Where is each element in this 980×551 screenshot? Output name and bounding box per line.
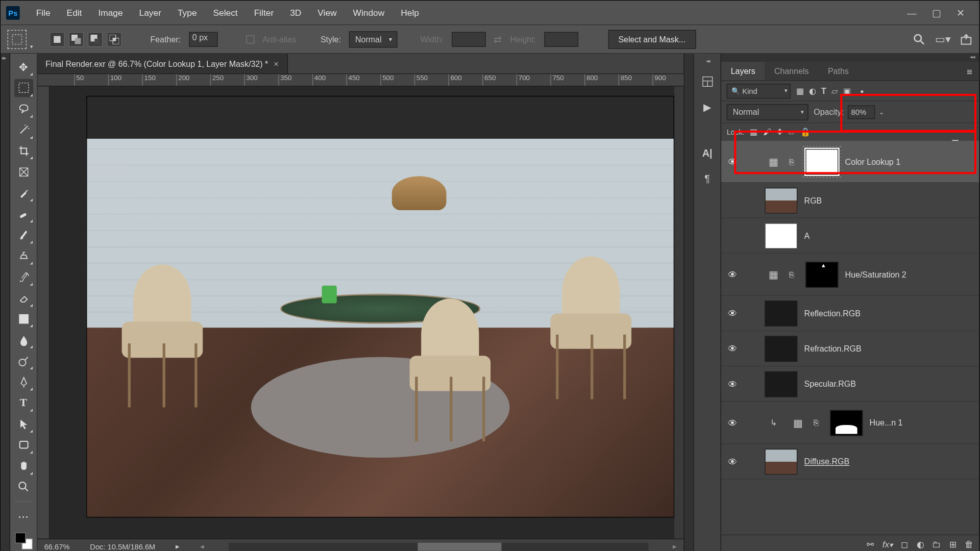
left-gutter[interactable] xyxy=(1,54,10,551)
panel-menu-icon[interactable]: ≡ xyxy=(960,66,979,77)
visibility-eye-icon[interactable]: 👁 xyxy=(727,343,739,354)
visibility-eye-icon[interactable]: 👁 xyxy=(727,308,739,318)
selection-new-icon[interactable] xyxy=(50,32,64,46)
dock-icon-character[interactable]: A| xyxy=(699,144,716,161)
layer-mask-thumbnail[interactable] xyxy=(805,262,838,288)
path-selection-tool[interactable] xyxy=(14,415,33,433)
window-close-icon[interactable]: ✕ xyxy=(953,5,968,20)
filter-toggle-icon[interactable]: ● xyxy=(860,87,864,94)
layer-name[interactable]: Reflection.RGB xyxy=(804,309,861,318)
window-maximize-icon[interactable]: ▢ xyxy=(929,5,944,20)
rectangle-tool[interactable] xyxy=(14,436,33,454)
blend-mode-select[interactable]: Normal xyxy=(727,104,808,120)
dock-icon-libraries[interactable] xyxy=(699,73,716,90)
right-gutter[interactable] xyxy=(684,54,694,551)
layer-name[interactable]: Hue/Saturation 2 xyxy=(845,270,906,280)
foreground-background-colors[interactable] xyxy=(15,533,33,549)
type-tool[interactable]: T xyxy=(14,394,33,412)
menu-view[interactable]: View xyxy=(309,8,345,18)
visibility-eye-icon[interactable]: 👁 xyxy=(727,379,739,389)
scroll-right-icon[interactable]: ▸ xyxy=(673,542,677,550)
layer-name[interactable]: RGB xyxy=(804,195,822,205)
layer-fx-icon[interactable]: fx▾ xyxy=(883,539,893,549)
layer-thumbnail[interactable] xyxy=(765,300,797,327)
filter-type-icon[interactable]: T xyxy=(821,86,826,96)
magic-wand-tool[interactable] xyxy=(14,121,33,139)
workspace-icon[interactable]: ▭▾ xyxy=(935,33,951,45)
share-icon[interactable] xyxy=(960,33,972,45)
menu-help[interactable]: Help xyxy=(393,8,427,18)
layer-mask-thumbnail[interactable] xyxy=(805,148,838,174)
link-layers-icon[interactable]: ⚯ xyxy=(867,539,874,549)
zoom-level[interactable]: 66.67% xyxy=(44,542,70,550)
layer-thumbnail[interactable] xyxy=(765,448,797,474)
opacity-chevron-icon[interactable]: ⌄ xyxy=(879,109,885,115)
frame-tool[interactable] xyxy=(14,163,33,181)
layer-filter-kind[interactable]: 🔍Kind xyxy=(727,83,791,98)
hand-tool[interactable] xyxy=(14,457,33,475)
layer-hue-saturation-2[interactable]: 👁 ▦ ⎘ Hue/Saturation 2 xyxy=(721,254,979,296)
layer-specular-rgb[interactable]: 👁 Specular.RGB xyxy=(721,366,979,402)
visibility-eye-icon[interactable]: 👁 xyxy=(727,456,739,467)
move-tool[interactable]: ✥ xyxy=(14,58,33,76)
crop-tool[interactable] xyxy=(14,142,33,160)
lock-position-icon[interactable]: ✥ xyxy=(776,127,783,137)
layer-name[interactable]: Refraction.RGB xyxy=(804,344,862,354)
visibility-eye-icon[interactable]: 👁 xyxy=(727,269,739,280)
menu-3d[interactable]: 3D xyxy=(282,8,309,18)
visibility-eye-icon[interactable]: 👁 xyxy=(727,156,739,167)
healing-brush-tool[interactable] xyxy=(14,205,33,223)
gradient-tool[interactable] xyxy=(14,310,33,328)
layer-rgb[interactable]: RGB xyxy=(721,183,979,218)
clone-stamp-tool[interactable] xyxy=(14,247,33,265)
layer-thumbnail[interactable] xyxy=(765,223,797,249)
layer-name[interactable]: A xyxy=(804,231,810,241)
layer-a[interactable]: A xyxy=(721,218,979,254)
eyedropper-tool[interactable] xyxy=(14,184,33,202)
dock-icon-actions[interactable]: ▶ xyxy=(699,99,716,116)
canvas[interactable] xyxy=(50,86,674,538)
horizontal-scrollbar[interactable] xyxy=(229,542,648,550)
select-and-mask-button[interactable]: Select and Mask... xyxy=(608,30,696,48)
layer-mask-thumbnail[interactable] xyxy=(830,410,863,436)
layer-name[interactable]: Hue...n 1 xyxy=(870,418,903,428)
edit-toolbar-icon[interactable]: ⋯ xyxy=(14,508,33,526)
filter-adjust-icon[interactable]: ◐ xyxy=(809,86,816,96)
feather-input[interactable]: 0 px xyxy=(189,32,217,46)
filter-shape-icon[interactable]: ▱ xyxy=(831,86,838,96)
selection-intersect-icon[interactable] xyxy=(107,32,121,46)
vertical-scrollbar[interactable] xyxy=(674,86,684,538)
tool-preset-marquee[interactable] xyxy=(8,30,27,48)
document-tab[interactable]: Final Render.exr @ 66.7% (Color Lookup 1… xyxy=(37,54,287,73)
selection-add-icon[interactable] xyxy=(69,32,84,46)
search-icon[interactable] xyxy=(913,33,925,45)
zoom-tool[interactable] xyxy=(14,478,33,496)
menu-file[interactable]: File xyxy=(28,8,59,18)
layer-name[interactable]: Color Lookup 1 xyxy=(845,157,900,166)
filter-pixel-icon[interactable]: ▦ xyxy=(796,86,804,96)
brush-tool[interactable] xyxy=(14,226,33,244)
close-tab-icon[interactable]: × xyxy=(274,59,279,69)
opacity-input[interactable]: 80% xyxy=(848,105,875,119)
layer-reflection-rgb[interactable]: 👁 Reflection.RGB xyxy=(721,296,979,331)
menu-window[interactable]: Window xyxy=(345,8,393,18)
layer-name[interactable]: Diffuse.RGB xyxy=(804,457,850,466)
lock-pixels-icon[interactable]: 🖌 xyxy=(763,127,771,137)
layer-diffuse-rgb[interactable]: 👁 Diffuse.RGB xyxy=(721,444,979,479)
visibility-eye-icon[interactable]: 👁 xyxy=(727,417,739,428)
new-layer-icon[interactable]: ⊞ xyxy=(949,539,957,549)
tab-channels[interactable]: Channels xyxy=(765,62,818,80)
tab-paths[interactable]: Paths xyxy=(818,62,858,80)
history-brush-tool[interactable] xyxy=(14,268,33,286)
lock-all-icon[interactable]: 🔒 xyxy=(800,127,811,137)
menu-type[interactable]: Type xyxy=(169,8,205,18)
scroll-left-icon[interactable]: ◂ xyxy=(200,542,204,550)
blur-tool[interactable] xyxy=(14,331,33,349)
dodge-tool[interactable] xyxy=(14,352,33,370)
doc-info[interactable]: Doc: 10.5M/186.6M xyxy=(90,542,155,550)
menu-layer[interactable]: Layer xyxy=(131,8,169,18)
eraser-tool[interactable] xyxy=(14,289,33,307)
pen-tool[interactable] xyxy=(14,373,33,391)
menu-filter[interactable]: Filter xyxy=(246,8,282,18)
new-group-icon[interactable]: 🗀 xyxy=(932,539,941,549)
